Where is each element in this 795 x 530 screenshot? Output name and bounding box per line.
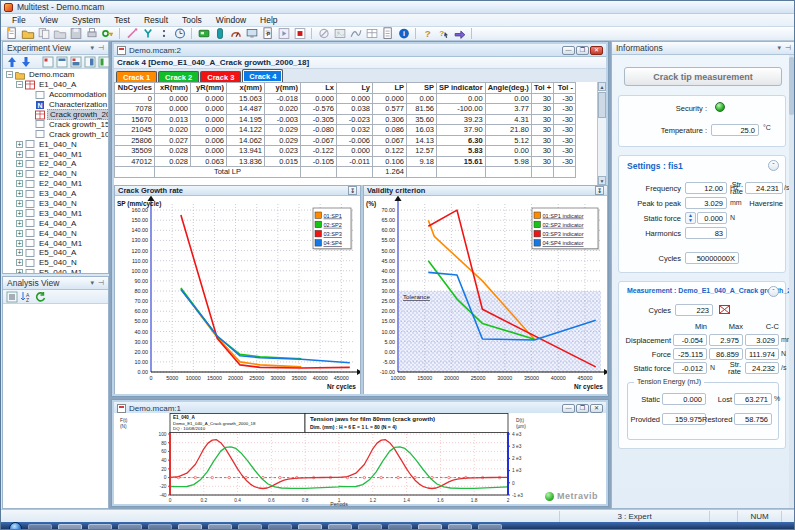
machine-run-icon[interactable] xyxy=(196,27,211,40)
tree-expander-icon[interactable]: + xyxy=(15,209,24,218)
column-header[interactable]: Tol - xyxy=(554,83,576,94)
list-icon[interactable] xyxy=(6,291,18,303)
table-cell[interactable]: -0.122 xyxy=(301,146,337,157)
taskbar-button[interactable] xyxy=(148,524,172,530)
taskbar-button[interactable] xyxy=(28,524,52,530)
table-cell[interactable]: 0.023 xyxy=(265,146,301,157)
static-force-field[interactable]: 0.000 xyxy=(697,212,727,224)
menu-help[interactable]: Help xyxy=(253,14,284,26)
probe-icon[interactable] xyxy=(140,27,155,40)
table-cell[interactable]: 15670 xyxy=(115,114,155,125)
table-cell[interactable]: 0.000 xyxy=(155,104,191,115)
taskbar-button[interactable] xyxy=(298,524,322,530)
menu-test[interactable]: Test xyxy=(107,14,137,26)
table-cell[interactable]: 16.03 xyxy=(407,125,437,136)
table-cell[interactable]: -0.018 xyxy=(265,93,301,104)
scroll-down-button[interactable]: ▼ xyxy=(598,176,606,185)
print-icon[interactable] xyxy=(84,27,99,40)
tree-expander-icon[interactable]: + xyxy=(15,179,24,188)
table-cell[interactable]: 4.31 xyxy=(485,114,531,125)
column-header[interactable]: y(mm) xyxy=(265,83,301,94)
table-cell[interactable]: 0.028 xyxy=(155,146,191,157)
cycles-count-field[interactable]: 223 xyxy=(675,304,713,316)
open-folder-icon[interactable] xyxy=(20,27,35,40)
table-cell[interactable]: 0.086 xyxy=(373,125,407,136)
table-cell[interactable]: 14.487 xyxy=(227,104,265,115)
table-cell[interactable]: 7078 xyxy=(115,104,155,115)
frequency-field[interactable]: 12.00 xyxy=(685,182,727,194)
table-cell[interactable]: 3.77 xyxy=(485,104,531,115)
doc2-title-bar[interactable]: Demo.mcam:2 — ❐ ✕ xyxy=(114,44,606,57)
column-header[interactable]: Angle(deg.) xyxy=(485,83,531,94)
taskbar-button[interactable] xyxy=(268,524,292,530)
restore-button[interactable]: ❐ xyxy=(576,404,589,413)
cycles-setting-field[interactable]: 50000000X xyxy=(685,252,739,264)
table-cell[interactable]: 0.006 xyxy=(191,135,227,146)
column-header[interactable]: LP xyxy=(373,83,407,94)
table-cell[interactable]: 0.00 xyxy=(485,93,531,104)
scroll-up-button[interactable]: ▲ xyxy=(598,82,606,91)
win-a-icon[interactable] xyxy=(42,56,54,68)
tab-crack-2[interactable]: Crack 2 xyxy=(158,71,199,82)
energy-provided-field[interactable]: 159.975 xyxy=(662,413,706,425)
tree-expander-icon[interactable]: + xyxy=(15,159,24,168)
table-cell[interactable]: 0.020 xyxy=(265,104,301,115)
static-force-meas-field[interactable]: -0.012 xyxy=(673,362,707,374)
table-cell[interactable]: 15.61 xyxy=(437,156,486,167)
taskbar-button[interactable] xyxy=(58,524,82,530)
taskbar-button[interactable] xyxy=(478,524,502,530)
tree-item-e2-040-n[interactable]: +E2_040_N xyxy=(3,169,108,179)
displacement-min-field[interactable]: -0.054 xyxy=(673,334,707,346)
tree-item-e3-040-m1[interactable]: +E3_040_M1 xyxy=(3,208,108,218)
tree-expander-icon[interactable]: + xyxy=(15,140,24,149)
taskbar-button[interactable] xyxy=(118,524,142,530)
table-cell[interactable]: -0.006 xyxy=(337,135,373,146)
displacement-cc-field[interactable]: 3.029 xyxy=(745,334,779,346)
table-cell[interactable]: -0.576 xyxy=(301,104,337,115)
table-cell[interactable]: -30 xyxy=(554,156,576,167)
table-cell[interactable]: 0.000 xyxy=(337,93,373,104)
table-cell[interactable]: -0.023 xyxy=(337,114,373,125)
tree-expander-icon[interactable]: + xyxy=(15,169,24,178)
play-icon[interactable] xyxy=(276,27,291,40)
restore-button[interactable]: ❐ xyxy=(576,46,589,55)
menu-file[interactable]: File xyxy=(5,14,33,26)
tree-expander-icon[interactable]: − xyxy=(15,80,24,89)
tree-item-e5-040-n[interactable]: +E5_040_N xyxy=(3,258,108,268)
image-icon[interactable] xyxy=(332,27,347,40)
collapse-section-button[interactable]: ˆ xyxy=(768,160,779,171)
column-header[interactable]: Tol + xyxy=(531,83,553,94)
tree-expander-icon[interactable]: + xyxy=(15,150,24,159)
analysis-view-header[interactable]: Analysis View ▾ ⊣ xyxy=(3,277,108,290)
tree-item-accommodation[interactable]: Accommodation xyxy=(3,90,108,100)
clock-icon[interactable] xyxy=(172,27,187,40)
taskbar-button[interactable] xyxy=(328,524,352,530)
table-cell[interactable]: 15.063 xyxy=(227,93,265,104)
start-button[interactable] xyxy=(9,522,22,530)
scrollbar-thumb[interactable] xyxy=(598,92,606,118)
help-arrow-icon[interactable]: ? xyxy=(436,27,451,40)
table-cell[interactable]: 0.067 xyxy=(373,135,407,146)
table-cell[interactable]: 21045 xyxy=(115,125,155,136)
taskbar-button[interactable] xyxy=(208,524,232,530)
table-cell[interactable]: 0.020 xyxy=(155,125,191,136)
tree-expander-icon[interactable]: + xyxy=(15,189,24,198)
chevron-down-icon[interactable]: ▾ xyxy=(90,279,94,287)
harmonics-field[interactable]: 83 xyxy=(685,227,727,239)
table-cell[interactable]: -30 xyxy=(554,104,576,115)
table-cell[interactable]: 0.013 xyxy=(155,114,191,125)
table-cell[interactable]: 0.00 xyxy=(407,93,437,104)
strain-rate-meas-field[interactable]: 24.232 xyxy=(745,362,779,374)
taskbar-button[interactable] xyxy=(88,524,112,530)
tree-item-crack-growth-1500[interactable]: Crack growth_1500 xyxy=(3,119,108,129)
table-cell[interactable]: -0.080 xyxy=(301,125,337,136)
save-icon[interactable] xyxy=(68,27,83,40)
wand-icon[interactable] xyxy=(124,27,139,40)
energy-static-field[interactable]: 0.000 xyxy=(662,393,706,405)
tree-item-e5-040-m1[interactable]: +E5_040_M1 xyxy=(3,268,108,273)
win-b-icon[interactable] xyxy=(56,56,68,68)
curve-icon[interactable] xyxy=(348,27,363,40)
table-cell[interactable]: 0.063 xyxy=(191,156,227,167)
menu-tools[interactable]: Tools xyxy=(175,14,209,26)
table-cell[interactable]: 0.000 xyxy=(155,93,191,104)
